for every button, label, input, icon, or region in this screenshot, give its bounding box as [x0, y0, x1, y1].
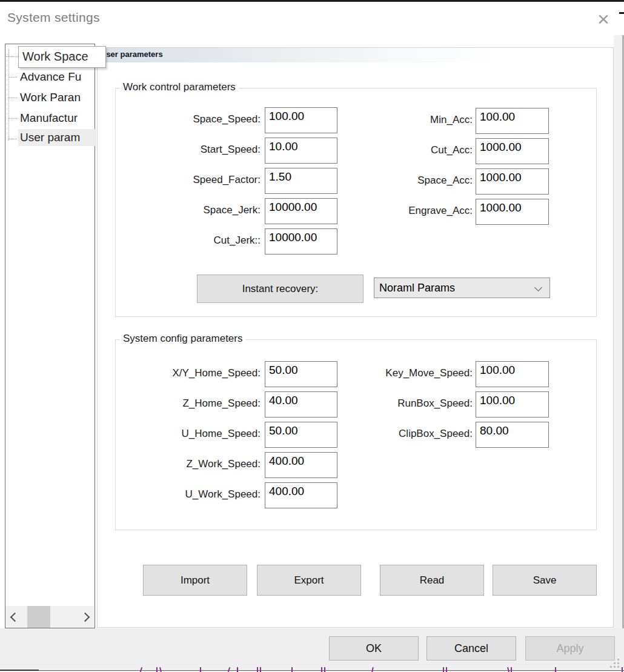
scroll-right-icon [80, 612, 90, 622]
clipbox-speed-input[interactable] [476, 422, 549, 448]
space-jerk-label: Space_Jerk: [115, 204, 261, 217]
tree-connector [8, 77, 17, 78]
z-work-speed-input[interactable] [265, 452, 337, 478]
chevron-down-icon [534, 284, 542, 291]
window-title: System settings [7, 10, 100, 25]
scrollbar-thumb[interactable] [27, 606, 50, 628]
engrave-acc-input[interactable] [476, 199, 549, 225]
params-select-value: Noraml Params [379, 282, 455, 294]
cancel-button[interactable]: Cancel [427, 636, 516, 660]
cut-jerk-input[interactable] [265, 228, 337, 254]
cut-acc-input[interactable] [476, 138, 549, 164]
xy-home-speed-input[interactable] [265, 361, 337, 387]
u-home-speed-label: U_Home_Speed: [115, 427, 261, 441]
speed-factor-label: Speed_Factor: [115, 173, 261, 187]
z-home-speed-input[interactable] [265, 391, 337, 418]
space-speed-label: Space_Speed: [115, 113, 261, 126]
tree-connector [8, 139, 17, 140]
close-button[interactable]: × [590, 6, 617, 32]
tree-connector [8, 98, 17, 99]
tree-horizontal-scrollbar[interactable] [5, 606, 94, 628]
space-acc-input[interactable] [476, 168, 549, 195]
params-select[interactable]: Noraml Params [374, 278, 550, 298]
tree-connector [6, 56, 18, 58]
clipbox-speed-label: ClipBox_Speed: [327, 427, 473, 441]
u-work-speed-input[interactable] [265, 482, 337, 508]
key-move-speed-label: Key_Move_Speed: [327, 367, 473, 380]
window-edge-artifact [619, 12, 624, 14]
scroll-right-button[interactable] [76, 606, 94, 628]
apply-button[interactable]: Apply [525, 636, 615, 660]
z-work-speed-label: Z_Work_Speed: [115, 457, 261, 471]
space-jerk-input[interactable] [265, 198, 337, 224]
panel-header-bar [98, 48, 613, 62]
space-speed-input[interactable] [265, 107, 337, 133]
sidebar-item-work-space[interactable]: Work Space [18, 46, 106, 68]
scroll-left-icon [10, 612, 19, 622]
system-settings-dialog: System settings × User parameters Work c… [0, 0, 624, 672]
save-button[interactable]: Save [493, 565, 597, 596]
runbox-speed-label: RunBox_Speed: [327, 397, 473, 410]
cut-jerk-label: Cut_Jerk:: [115, 234, 261, 247]
close-icon: × [597, 7, 609, 31]
key-move-speed-input[interactable] [476, 361, 549, 387]
read-button[interactable]: Read [380, 565, 484, 596]
start-speed-label: Start_Speed: [115, 143, 261, 156]
min-acc-label: Min_Acc: [327, 113, 473, 127]
right-gutter [614, 35, 622, 672]
xy-home-speed-label: X/Y_Home_Speed: [115, 367, 261, 380]
system-config-group-label: System config parameters [120, 333, 245, 345]
z-home-speed-label: Z_Home_Speed: [115, 397, 261, 410]
u-home-speed-input[interactable] [265, 422, 337, 448]
speed-factor-input[interactable] [265, 168, 337, 194]
ok-button[interactable]: OK [329, 636, 419, 660]
sidebar-item-advance-function[interactable]: Advance Fu [20, 68, 94, 85]
work-control-group-label: Work control parameters [120, 81, 239, 93]
scroll-left-button[interactable] [5, 606, 24, 628]
tree-connector [8, 118, 17, 119]
space-acc-label: Space_Acc: [327, 174, 473, 187]
window-top-border [0, 0, 624, 2]
cut-acc-label: Cut_Acc: [327, 144, 473, 157]
min-acc-input[interactable] [476, 108, 549, 134]
instant-recovery-button[interactable]: Instant recovery: [197, 274, 363, 303]
runbox-speed-input[interactable] [476, 391, 549, 418]
sidebar-item-work-parameters[interactable]: Work Paran [20, 89, 94, 106]
export-button[interactable]: Export [257, 565, 361, 596]
import-button[interactable]: Import [143, 565, 247, 596]
sidebar-item-manufacturer[interactable]: Manufactur [20, 110, 94, 127]
engrave-acc-label: Engrave_Acc: [327, 204, 473, 218]
tree-guide-line [8, 50, 10, 141]
sidebar-item-user-parameters[interactable]: User param [18, 129, 96, 146]
panel-header-title: User parameters [101, 50, 163, 59]
start-speed-input[interactable] [265, 138, 337, 164]
u-work-speed-label: U_Work_Speed: [115, 488, 261, 501]
background-canvas-strip [0, 668, 624, 672]
